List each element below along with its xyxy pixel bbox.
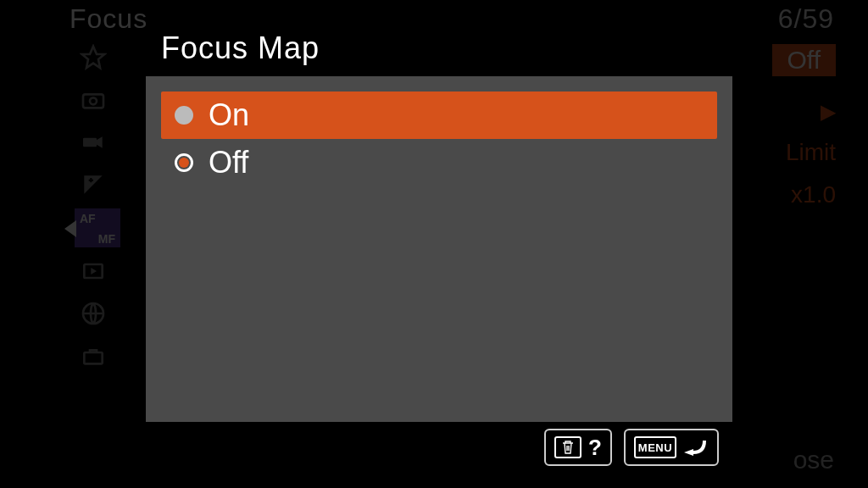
trash-icon [554,436,581,458]
help-button[interactable]: ? [544,429,612,466]
question-mark-icon: ? [588,435,602,461]
dialog-footer: ? MENU [146,422,732,473]
option-off[interactable]: Off [161,139,717,186]
dialog-title: Focus Map [146,19,732,76]
option-on[interactable]: On [161,92,717,139]
focus-map-dialog: Focus Map On Off ? MENU [146,19,732,473]
radio-checked-icon [175,153,193,172]
radio-icon [175,106,193,125]
option-off-label: Off [209,145,248,180]
menu-back-button[interactable]: MENU [624,429,719,466]
back-arrow-icon [683,436,709,458]
dialog-body: On Off [146,76,732,422]
menu-label: MENU [634,436,676,458]
option-on-label: On [209,97,249,133]
